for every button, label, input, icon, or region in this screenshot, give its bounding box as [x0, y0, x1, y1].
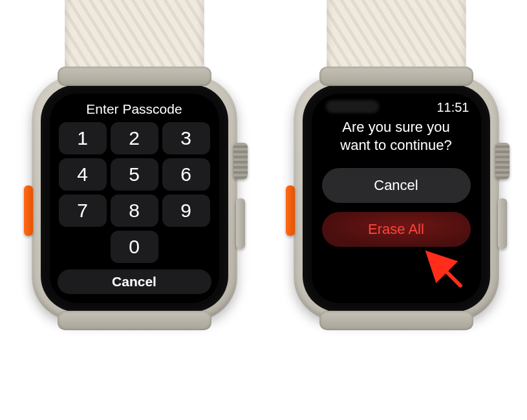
lug-top	[319, 67, 473, 86]
key-7[interactable]: 7	[59, 194, 107, 227]
key-3[interactable]: 3	[162, 122, 210, 154]
side-button[interactable]	[236, 198, 245, 249]
key-0[interactable]: 0	[111, 231, 158, 263]
key-9[interactable]: 9	[162, 194, 210, 227]
watch-case: 11:51 Are you sure you want to continue?…	[294, 76, 499, 321]
key-8[interactable]: 8	[111, 194, 158, 227]
confirm-buttons: Cancel Erase All	[319, 168, 473, 247]
key-4[interactable]: 4	[59, 158, 107, 191]
watch-case: Enter Passcode 1 2 3 4 5 6 7 8 9 0 Cance…	[32, 76, 237, 321]
key-1[interactable]: 1	[59, 122, 107, 154]
side-button[interactable]	[498, 198, 507, 249]
confirm-cancel-button[interactable]: Cancel	[322, 168, 471, 203]
bezel: Enter Passcode 1 2 3 4 5 6 7 8 9 0 Cance…	[41, 85, 228, 312]
key-2[interactable]: 2	[111, 122, 158, 154]
bezel: 11:51 Are you sure you want to continue?…	[303, 85, 490, 312]
digital-crown[interactable]	[233, 143, 248, 179]
screen-confirm: 11:51 Are you sure you want to continue?…	[312, 94, 481, 303]
lug-top	[58, 67, 211, 86]
lug-bottom	[58, 311, 211, 330]
key-6[interactable]: 6	[162, 158, 210, 191]
confirm-message: Are you sure you want to continue?	[319, 118, 473, 154]
status-time: 11:51	[436, 100, 469, 116]
confirm-line-1: Are you sure you	[342, 119, 449, 135]
status-blur	[326, 100, 379, 113]
screen-passcode: Enter Passcode 1 2 3 4 5 6 7 8 9 0 Cance…	[50, 94, 219, 303]
passcode-cancel-button[interactable]: Cancel	[58, 269, 211, 294]
confirm-line-2: want to continue?	[340, 137, 451, 153]
erase-all-button[interactable]: Erase All	[322, 212, 471, 247]
key-5[interactable]: 5	[111, 158, 158, 191]
passcode-title: Enter Passcode	[58, 101, 211, 117]
digital-crown[interactable]	[495, 143, 510, 179]
lug-bottom	[319, 311, 473, 330]
action-button[interactable]	[24, 185, 33, 236]
action-button[interactable]	[286, 185, 295, 236]
keypad: 1 2 3 4 5 6 7 8 9 0	[58, 122, 211, 263]
